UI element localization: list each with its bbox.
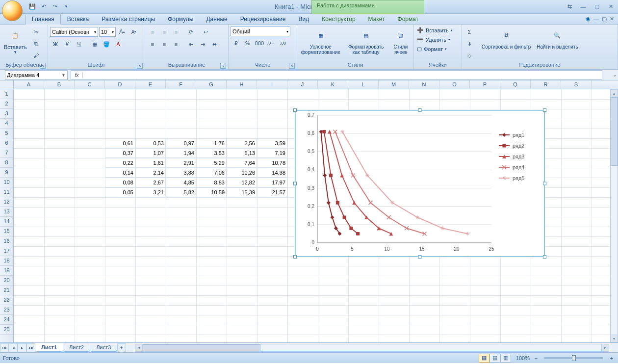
tab-view[interactable]: Вид bbox=[292, 14, 315, 24]
row-header[interactable]: 15 bbox=[0, 227, 13, 236]
column-header[interactable]: J bbox=[287, 80, 318, 89]
row-header[interactable]: 21 bbox=[0, 286, 13, 295]
sheet-tab-1[interactable]: Лист1 bbox=[35, 343, 63, 352]
row-header[interactable]: 24 bbox=[0, 315, 13, 325]
sheet-nav-last-icon[interactable]: ⏭ bbox=[26, 343, 35, 352]
restore-window-icon[interactable]: ▢ bbox=[602, 16, 607, 22]
normal-view-icon[interactable]: ▦ bbox=[479, 354, 489, 363]
cell[interactable]: 2,67 bbox=[135, 178, 166, 187]
row-header[interactable]: 19 bbox=[0, 266, 13, 276]
cell[interactable]: 1,07 bbox=[135, 148, 166, 158]
decrease-indent-icon[interactable]: ⇤ bbox=[185, 39, 196, 50]
row-header[interactable]: 2 bbox=[0, 99, 13, 109]
cell[interactable]: 17,97 bbox=[257, 178, 287, 187]
redo-icon[interactable]: ↷ bbox=[50, 2, 60, 12]
minimize-ribbon-icon[interactable]: — bbox=[593, 16, 599, 22]
column-header[interactable]: G bbox=[196, 80, 227, 89]
row-header[interactable]: 20 bbox=[0, 276, 13, 286]
scroll-left-icon[interactable]: ◂ bbox=[135, 344, 143, 352]
name-box[interactable]: Диаграмма 4 ▼ bbox=[5, 70, 68, 80]
column-header[interactable]: I bbox=[257, 80, 287, 89]
increase-decimal-icon[interactable]: ,0→ bbox=[266, 38, 277, 49]
cell[interactable]: 0,53 bbox=[135, 138, 166, 148]
tab-data[interactable]: Данные bbox=[200, 14, 233, 24]
row-header[interactable]: 23 bbox=[0, 305, 13, 315]
sheet-nav-first-icon[interactable]: ⏮ bbox=[0, 343, 9, 352]
selection-handle[interactable] bbox=[293, 182, 297, 185]
row-header[interactable]: 9 bbox=[0, 168, 13, 178]
column-header[interactable]: B bbox=[44, 80, 75, 89]
cell[interactable]: 2,14 bbox=[135, 168, 166, 178]
cell-styles-button[interactable]: ▧ Стили ячеек bbox=[390, 26, 412, 56]
tab-insert[interactable]: Вставка bbox=[61, 14, 96, 24]
percent-icon[interactable]: % bbox=[242, 38, 253, 49]
cell[interactable]: 5,29 bbox=[196, 158, 227, 168]
column-header[interactable]: D bbox=[105, 80, 135, 89]
wrap-text-icon[interactable]: ↩ bbox=[200, 26, 211, 37]
cell[interactable]: 1,61 bbox=[135, 158, 166, 168]
cell[interactable]: 0,22 bbox=[105, 158, 135, 168]
save-icon[interactable]: 💾 bbox=[27, 2, 37, 12]
horizontal-scrollbar[interactable]: ◂ ▸ bbox=[135, 344, 609, 352]
tab-home[interactable]: Главная bbox=[26, 14, 61, 25]
number-format-combo[interactable]: Общий▾ bbox=[231, 26, 290, 36]
vertical-scrollbar[interactable]: ▴ ▾ bbox=[610, 89, 618, 342]
chevron-down-icon[interactable]: ▼ bbox=[61, 73, 66, 78]
cell[interactable]: 3,88 bbox=[166, 168, 196, 178]
column-header[interactable]: E bbox=[135, 80, 166, 89]
cell[interactable]: 10,78 bbox=[257, 158, 287, 168]
underline-icon[interactable]: Ч bbox=[74, 39, 84, 50]
cell[interactable]: 12,82 bbox=[227, 178, 257, 187]
maximize-icon[interactable]: ▢ bbox=[592, 2, 602, 11]
column-header[interactable]: A bbox=[14, 80, 44, 89]
row-header[interactable]: 4 bbox=[0, 119, 13, 129]
row-header[interactable]: 11 bbox=[0, 187, 13, 197]
sheet-nav-next-icon[interactable]: ▸ bbox=[18, 343, 26, 352]
format-as-table-button[interactable]: ▤ Форматировать как таблицу bbox=[344, 26, 388, 56]
cell[interactable]: 7,06 bbox=[196, 168, 227, 178]
decrease-decimal-icon[interactable]: ,00 bbox=[278, 38, 288, 49]
column-header[interactable]: O bbox=[439, 80, 470, 89]
column-header[interactable]: F bbox=[166, 80, 196, 89]
selection-handle[interactable] bbox=[293, 255, 297, 259]
cell[interactable]: 0,08 bbox=[105, 178, 135, 187]
cell[interactable]: 10,59 bbox=[196, 187, 227, 197]
tab-page-layout[interactable]: Разметка страницы bbox=[95, 14, 161, 24]
close-icon[interactable]: ✕ bbox=[605, 2, 616, 11]
formula-input[interactable]: fx bbox=[71, 70, 602, 80]
cell[interactable]: 0,37 bbox=[105, 148, 135, 158]
row-header[interactable]: 12 bbox=[0, 197, 13, 207]
sort-filter-button[interactable]: ⇵ Сортировка и фильтр bbox=[480, 26, 533, 51]
cell[interactable]: 14,38 bbox=[257, 168, 287, 178]
tab-chart-format[interactable]: Формат bbox=[391, 14, 425, 24]
cell[interactable]: 5,82 bbox=[166, 187, 196, 197]
column-header[interactable]: M bbox=[379, 80, 409, 89]
align-left-icon[interactable]: ≡ bbox=[147, 39, 158, 50]
sheet-tab-3[interactable]: Лист3 bbox=[90, 343, 117, 352]
scroll-up-icon[interactable]: ▴ bbox=[610, 89, 618, 97]
close-workbook-icon[interactable]: ✕ bbox=[610, 16, 614, 22]
tab-review[interactable]: Рецензирование bbox=[234, 14, 292, 24]
number-dialog-launcher[interactable]: ↘ bbox=[289, 63, 295, 69]
column-header[interactable]: P bbox=[470, 80, 500, 89]
cell[interactable]: 0,14 bbox=[105, 168, 135, 178]
row-header[interactable]: 16 bbox=[0, 236, 13, 246]
font-dialog-launcher[interactable]: ↘ bbox=[137, 63, 143, 69]
zoom-level[interactable]: 100% bbox=[516, 355, 530, 361]
decrease-font-icon[interactable]: A▾ bbox=[129, 26, 139, 37]
tab-chart-design[interactable]: Конструктор bbox=[315, 14, 361, 24]
comma-icon[interactable]: 000 bbox=[254, 38, 265, 49]
cell[interactable]: 5,13 bbox=[227, 148, 257, 158]
cell[interactable]: 8,83 bbox=[196, 178, 227, 187]
sheet-tab-2[interactable]: Лист2 bbox=[63, 343, 90, 352]
cell[interactable]: 1,76 bbox=[196, 138, 227, 148]
find-select-button[interactable]: 🔍 Найти и выделить bbox=[535, 26, 580, 51]
delete-cells-button[interactable]: ➖Удалить▾ bbox=[416, 36, 460, 43]
selection-handle[interactable] bbox=[543, 182, 546, 185]
insert-cells-button[interactable]: ➕Вставить▾ bbox=[416, 26, 460, 34]
align-right-icon[interactable]: ≡ bbox=[171, 39, 181, 50]
conditional-formatting-button[interactable]: ▦ Условное форматирование bbox=[299, 26, 342, 56]
undo-icon[interactable]: ↶ bbox=[39, 2, 49, 12]
merge-center-icon[interactable]: ⬌ bbox=[209, 39, 220, 50]
row-header[interactable]: 25 bbox=[0, 325, 13, 335]
